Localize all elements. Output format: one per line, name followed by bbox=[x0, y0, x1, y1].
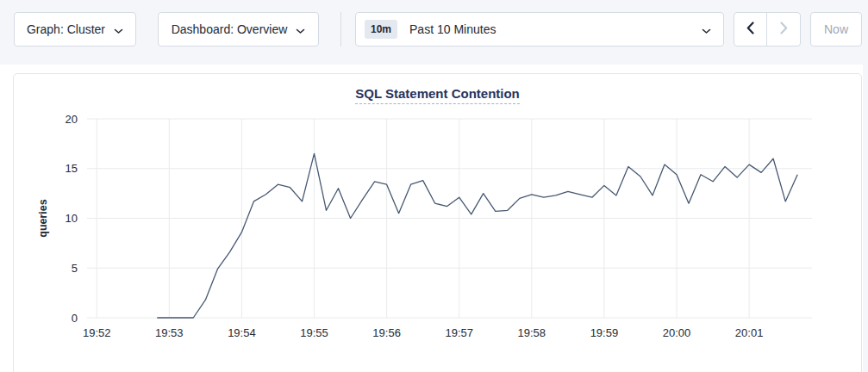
time-back-button[interactable] bbox=[734, 13, 767, 46]
dashboard-content: 0510152019:5219:5319:5419:5519:5619:5719… bbox=[0, 65, 863, 372]
x-axis-tick-label: 19:58 bbox=[518, 326, 546, 339]
chart-svg: 0510152019:5219:5319:5419:5519:5619:5719… bbox=[14, 74, 863, 358]
chevron-down-icon bbox=[702, 22, 711, 38]
x-axis-tick-label: 19:53 bbox=[155, 326, 184, 339]
dashboard-dropdown-label: Dashboard: Overview bbox=[172, 22, 288, 36]
graph-dropdown-label: Graph: Cluster bbox=[27, 22, 105, 36]
time-forward-button[interactable] bbox=[767, 13, 800, 46]
chevron-down-icon bbox=[114, 23, 123, 37]
x-axis-tick-label: 20:00 bbox=[663, 326, 691, 339]
x-axis-tick-label: 20:01 bbox=[735, 326, 764, 339]
now-button[interactable]: Now bbox=[810, 12, 862, 46]
x-axis-tick-label: 19:55 bbox=[300, 326, 328, 339]
chart-axis-labels: 0510152019:5219:5319:5419:5519:5619:5719… bbox=[66, 113, 764, 340]
chevron-right-icon bbox=[780, 22, 788, 38]
time-step-button-group bbox=[734, 12, 801, 46]
time-window-badge: 10m bbox=[365, 20, 397, 39]
time-range-select[interactable]: 10m Past 10 Minutes bbox=[355, 12, 724, 46]
dashboard-dropdown-button[interactable]: Dashboard: Overview bbox=[158, 12, 319, 46]
y-axis-tick-label: 15 bbox=[66, 162, 78, 175]
x-axis-tick-label: 19:52 bbox=[83, 326, 111, 339]
series-line bbox=[157, 153, 797, 318]
x-axis-tick-label: 19:54 bbox=[228, 326, 256, 339]
chevron-left-icon bbox=[746, 22, 754, 38]
toolbar-divider bbox=[340, 12, 341, 46]
chart-title[interactable]: SQL Statement Contention bbox=[355, 86, 520, 104]
time-range-label: Past 10 Minutes bbox=[409, 22, 702, 36]
graph-toolbar: Graph: Cluster Dashboard: Overview 10m P… bbox=[0, 0, 868, 65]
now-button-label: Now bbox=[824, 22, 848, 36]
y-axis-tick-label: 0 bbox=[72, 312, 78, 325]
y-axis-tick-label: 10 bbox=[66, 212, 78, 225]
chevron-down-icon bbox=[296, 23, 305, 37]
x-axis-tick-label: 19:56 bbox=[372, 326, 401, 339]
x-axis-tick-label: 19:59 bbox=[590, 326, 619, 339]
chart-gridlines bbox=[87, 119, 812, 318]
chart-title-row: SQL Statement Contention bbox=[14, 86, 861, 104]
y-axis-tick-label: 5 bbox=[72, 262, 78, 275]
y-axis-title: queries bbox=[37, 199, 49, 238]
x-axis-tick-label: 19:57 bbox=[445, 326, 473, 339]
y-axis-tick-label: 20 bbox=[66, 113, 78, 126]
sql-statement-contention-card: 0510152019:5219:5319:5419:5519:5619:5719… bbox=[13, 73, 862, 372]
graph-dropdown-button[interactable]: Graph: Cluster bbox=[14, 12, 136, 46]
